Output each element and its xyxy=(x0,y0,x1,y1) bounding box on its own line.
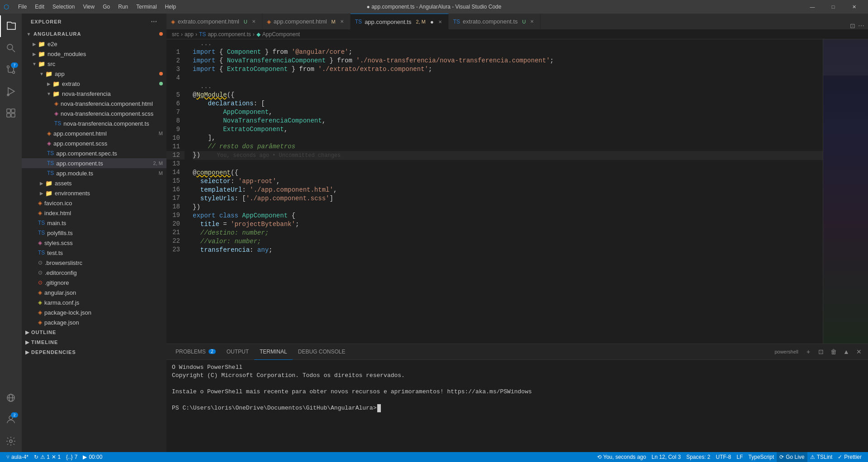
tree-polyfills[interactable]: TS polyfills.ts xyxy=(22,228,166,238)
status-play[interactable]: ▶ 00:00 xyxy=(80,452,105,462)
tree-environments[interactable]: ▶ 📁 environments xyxy=(22,188,166,198)
tab-extrato-ts[interactable]: TS extrato.component.ts U ✕ xyxy=(449,14,541,29)
close-panel-icon[interactable]: ✕ xyxy=(854,346,864,357)
tree-extrato[interactable]: ▶ 📁 extrato xyxy=(22,79,166,89)
tree-gitignore[interactable]: ⊙ .gitignore xyxy=(22,278,166,288)
tree-app-spec[interactable]: TS app.component.spec.ts xyxy=(22,148,166,158)
section-outline[interactable]: ▶ OUTLINE xyxy=(22,327,166,337)
terminal-prompt-line: PS C:\Users\loris\OneDrive\Documentos\Gi… xyxy=(172,404,863,412)
activity-explorer[interactable] xyxy=(0,15,22,37)
activity-settings[interactable] xyxy=(0,430,22,452)
new-file-icon[interactable]: ⋯ xyxy=(151,18,157,25)
activity-extensions[interactable] xyxy=(0,102,22,124)
breadcrumb-app[interactable]: app xyxy=(185,31,194,38)
app-html-close[interactable]: ✕ xyxy=(338,18,346,25)
tree-test-ts[interactable]: TS test.ts xyxy=(22,248,166,258)
breadcrumb-filename[interactable]: app.component.ts xyxy=(208,31,251,38)
status-braces[interactable]: {..} 7 xyxy=(63,452,80,462)
tree-editorconfig[interactable]: ⊙ .editorconfig xyxy=(22,268,166,278)
more-actions-icon[interactable]: ⋯ xyxy=(858,22,864,29)
tree-favicon[interactable]: ◈ favicon.ico xyxy=(22,198,166,208)
menu-go[interactable]: Go xyxy=(99,3,114,11)
section-dependencies[interactable]: ▶ DEPENDENCIES xyxy=(22,347,166,357)
status-git-message[interactable]: ⟲ You, seconds ago xyxy=(594,452,649,462)
extrato-html-close[interactable]: ✕ xyxy=(250,18,257,25)
tree-package-json[interactable]: ◈ package.json xyxy=(22,317,166,327)
menu-file[interactable]: File xyxy=(14,3,30,11)
tree-karma[interactable]: ◈ karma.conf.js xyxy=(22,297,166,307)
tree-root-folder[interactable]: ▼ ANGULARALURA xyxy=(22,29,166,39)
menu-run[interactable]: Run xyxy=(114,3,132,11)
outline-label: OUTLINE xyxy=(31,330,56,335)
menu-edit[interactable]: Edit xyxy=(31,3,48,11)
menu-selection[interactable]: Selection xyxy=(49,3,78,11)
tab-app-html[interactable]: ◈ app.component.html M ✕ xyxy=(262,14,351,29)
new-terminal-icon[interactable]: + xyxy=(803,346,814,357)
tree-app-scss[interactable]: ◈ app.component.scss xyxy=(22,138,166,148)
tree-styles[interactable]: ◈ styles.scss xyxy=(22,238,166,248)
split-terminal-icon[interactable]: ⊡ xyxy=(816,346,826,357)
tree-node-modules[interactable]: ▶ 📁 node_modules xyxy=(22,49,166,59)
activity-search[interactable] xyxy=(0,37,22,59)
nm-label: node_modules xyxy=(47,51,86,57)
main-layout: 7 xyxy=(0,14,868,452)
status-branch[interactable]: ⑂ aula-4* xyxy=(4,452,31,462)
tree-package-lock[interactable]: ◈ package-lock.json xyxy=(22,307,166,317)
tree-angular-json[interactable]: ◈ angular.json xyxy=(22,288,166,297)
app-ts-close[interactable]: ✕ xyxy=(436,18,444,25)
section-timeline[interactable]: ▶ TIMELINE xyxy=(22,337,166,347)
ln-7: 7 xyxy=(166,108,185,117)
app-module-badge: M xyxy=(159,170,163,176)
kill-terminal-icon[interactable]: 🗑 xyxy=(828,346,839,357)
maximize-panel-icon[interactable]: ▲ xyxy=(841,346,852,357)
split-editor-icon[interactable]: ⊡ xyxy=(850,22,855,29)
tree-nt-html[interactable]: ◈ nova-transferencia.component.html xyxy=(22,99,166,108)
terminal-content[interactable]: O Windows PowerShell Copyright (C) Micro… xyxy=(166,360,868,452)
tab-app-ts[interactable]: TS app.component.ts 2, M ● ✕ xyxy=(351,14,449,29)
activity-accounts[interactable]: 2 xyxy=(0,409,22,430)
tree-app[interactable]: ▼ 📁 app xyxy=(22,69,166,79)
tree-app-module[interactable]: TS app.module.ts M xyxy=(22,168,166,178)
go-live-button[interactable]: ⟳ Go Live xyxy=(777,452,807,462)
tree-assets[interactable]: ▶ 📁 assets xyxy=(22,178,166,188)
close-button[interactable]: ✕ xyxy=(844,0,864,14)
activity-run[interactable] xyxy=(0,80,22,102)
breadcrumb-class[interactable]: AppComponent xyxy=(262,31,300,38)
code-ellipsis1: ... xyxy=(193,39,823,48)
tree-index-html[interactable]: ◈ index.html xyxy=(22,208,166,218)
panel-tab-terminal[interactable]: TERMINAL xyxy=(254,344,293,360)
extrato-ts-close[interactable]: ✕ xyxy=(528,18,536,25)
tree-nt-scss[interactable]: ◈ nova-transferencia.component.scss xyxy=(22,108,166,118)
status-tslint[interactable]: ⚠ TSLint xyxy=(807,452,835,462)
tree-main-ts[interactable]: TS main.ts xyxy=(22,218,166,228)
minimize-button[interactable]: — xyxy=(802,0,823,14)
tree-app-html[interactable]: ◈ app.component.html M xyxy=(22,128,166,138)
tree-nova-transferencia[interactable]: ▼ 📁 nova-transferencia xyxy=(22,89,166,99)
code-editor[interactable]: 1 2 3 4 5 6 7 8 9 10 11 12 13 xyxy=(166,39,823,344)
status-sync[interactable]: ↻ ⚠ 1 ✕ 1 xyxy=(31,452,63,462)
activity-source-control[interactable]: 7 xyxy=(0,59,22,80)
status-prettier[interactable]: ✓ Prettier xyxy=(835,452,864,462)
status-language[interactable]: TypeScript xyxy=(746,452,777,462)
panel-tab-debug[interactable]: DEBUG CONSOLE xyxy=(293,344,351,360)
tree-app-ts[interactable]: TS app.component.ts 2, M xyxy=(22,158,166,168)
status-encoding[interactable]: UTF-8 xyxy=(713,452,734,462)
problems-label: PROBLEMS xyxy=(175,349,206,355)
status-eol[interactable]: LF xyxy=(734,452,746,462)
status-spaces[interactable]: Spaces: 2 xyxy=(683,452,713,462)
sidebar-header-actions: ⋯ xyxy=(151,18,157,25)
tree-browserslistrc[interactable]: ⊙ .browserslistrc xyxy=(22,258,166,268)
tree-nt-ts[interactable]: TS nova-transferencia.component.ts xyxy=(22,118,166,128)
menu-terminal[interactable]: Terminal xyxy=(133,3,160,11)
panel-tab-output[interactable]: OUTPUT xyxy=(221,344,254,360)
tree-e2e[interactable]: ▶ 📁 e2e xyxy=(22,39,166,49)
panel-tab-problems[interactable]: PROBLEMS 2 xyxy=(170,344,221,360)
breadcrumb-src[interactable]: src xyxy=(172,31,179,38)
activity-remote[interactable] xyxy=(0,387,22,409)
menu-help[interactable]: Help xyxy=(161,3,180,11)
menu-view[interactable]: View xyxy=(79,3,98,11)
maximize-button[interactable]: □ xyxy=(823,0,844,14)
status-position[interactable]: Ln 12, Col 3 xyxy=(649,452,683,462)
tree-src[interactable]: ▼ 📁 src xyxy=(22,59,166,69)
tab-extrato-html[interactable]: ◈ extrato.component.html U ✕ xyxy=(166,14,262,29)
